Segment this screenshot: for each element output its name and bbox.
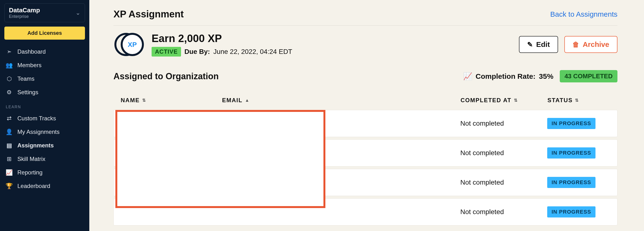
sidebar-item-label: Reporting	[18, 169, 42, 176]
reporting-icon: 📈	[6, 169, 12, 176]
sidebar-item-label: Skill Matrix	[18, 156, 46, 162]
sidebar-item-reporting[interactable]: 📈 Reporting	[4, 166, 85, 179]
section-title: Assigned to Organization	[114, 71, 219, 81]
sidebar-item-members[interactable]: 👥 Members	[4, 59, 85, 72]
status-pill: IN PROGRESS	[547, 147, 596, 158]
assignments-icon: ▤	[6, 142, 12, 149]
assignment-title: Earn 2,000 XP	[152, 32, 292, 45]
status-active-pill: ACTIVE	[152, 47, 181, 57]
tracks-icon: ⇄	[6, 115, 12, 122]
archive-button[interactable]: 🗑 Archive	[564, 36, 618, 53]
column-header-status[interactable]: STATUS ⇅	[548, 97, 610, 104]
add-licenses-button[interactable]: Add Licenses	[4, 27, 85, 40]
sidebar-item-label: Leaderboard	[18, 183, 50, 189]
sidebar-item-settings[interactable]: ⚙ Settings	[4, 86, 85, 99]
status-pill: IN PROGRESS	[547, 206, 596, 217]
completion-rate-label: Completion Rate:	[476, 72, 536, 81]
edit-button-label: Edit	[536, 40, 550, 49]
sidebar-item-label: Settings	[18, 89, 38, 96]
back-to-assignments-link[interactable]: Back to Assignments	[550, 10, 618, 18]
edit-button[interactable]: ✎ Edit	[519, 36, 558, 53]
column-header-completed-at[interactable]: COMPLETED AT ⇅	[460, 97, 548, 104]
sidebar-item-label: Members	[18, 62, 42, 69]
sidebar-item-teams[interactable]: ⬡ Teams	[4, 72, 85, 86]
sidebar-item-assignments[interactable]: ▤ Assignments	[4, 139, 85, 152]
sidebar-item-custom-tracks[interactable]: ⇄ Custom Tracks	[4, 112, 85, 125]
redaction-overlay	[116, 110, 326, 208]
column-header-email[interactable]: EMAIL ▲	[222, 97, 460, 104]
cell-completed-at: Not completed	[460, 178, 547, 186]
divider	[114, 25, 618, 26]
column-header-name[interactable]: NAME ⇅	[121, 97, 222, 104]
sidebar-section-learn: LEARN	[4, 99, 85, 112]
leaderboard-icon: 🏆	[6, 183, 12, 189]
org-plan: Enterprise	[9, 14, 40, 19]
sidebar-item-label: My Assignments	[18, 129, 60, 135]
svg-text:XP: XP	[128, 41, 136, 48]
org-switcher[interactable]: DataCamp Enterprise ⌄	[4, 4, 85, 22]
assignees-table: NAME ⇅ EMAIL ▲ COMPLETED AT ⇅ STATUS ⇅ N…	[114, 91, 618, 225]
skill-matrix-icon: ⊞	[6, 156, 12, 162]
cell-completed-at: Not completed	[460, 208, 547, 216]
rocket-icon: ➣	[6, 48, 12, 55]
sidebar-item-dashboard[interactable]: ➣ Dashboard	[4, 45, 85, 59]
page-title: XP Assignment	[114, 9, 184, 20]
sidebar-item-my-assignments[interactable]: 👤 My Assignments	[4, 125, 85, 139]
status-pill: IN PROGRESS	[547, 118, 596, 129]
sort-icon: ⇅	[514, 98, 518, 103]
gear-icon: ⚙	[6, 89, 12, 96]
sidebar: DataCamp Enterprise ⌄ Add Licenses ➣ Das…	[0, 0, 89, 231]
edit-icon: ✎	[527, 41, 533, 49]
completed-count-pill: 43 COMPLETED	[560, 70, 618, 82]
sort-asc-icon: ▲	[245, 98, 250, 103]
teams-icon: ⬡	[6, 75, 12, 82]
completion-rate-value: 35%	[539, 72, 554, 81]
status-pill: IN PROGRESS	[547, 177, 596, 188]
due-by-label: Due By:	[184, 48, 210, 56]
chart-icon: 📈	[463, 72, 472, 81]
chevron-down-icon: ⌄	[76, 10, 80, 16]
cell-completed-at: Not completed	[460, 149, 547, 157]
sidebar-item-label: Custom Tracks	[18, 115, 56, 122]
due-by-value: June 22, 2022, 04:24 EDT	[214, 48, 292, 56]
org-name: DataCamp	[9, 7, 40, 14]
sidebar-item-leaderboard[interactable]: 🏆 Leaderboard	[4, 179, 85, 193]
completion-rate: 📈 Completion Rate: 35%	[463, 72, 553, 81]
sort-icon: ⇅	[575, 98, 579, 103]
sort-icon: ⇅	[142, 98, 146, 103]
members-icon: 👥	[6, 62, 12, 69]
sidebar-item-skill-matrix[interactable]: ⊞ Skill Matrix	[4, 152, 85, 166]
archive-button-label: Archive	[583, 40, 609, 49]
sidebar-item-label: Dashboard	[18, 48, 46, 55]
main-content: XP Assignment Back to Assignments XP Ear…	[89, 0, 644, 231]
archive-icon: 🗑	[572, 41, 579, 49]
cell-completed-at: Not completed	[460, 120, 547, 127]
sidebar-item-label: Teams	[18, 75, 34, 82]
my-assignments-icon: 👤	[6, 129, 12, 135]
xp-badge-icon: XP	[114, 33, 145, 56]
sidebar-item-label: Assignments	[18, 142, 54, 149]
